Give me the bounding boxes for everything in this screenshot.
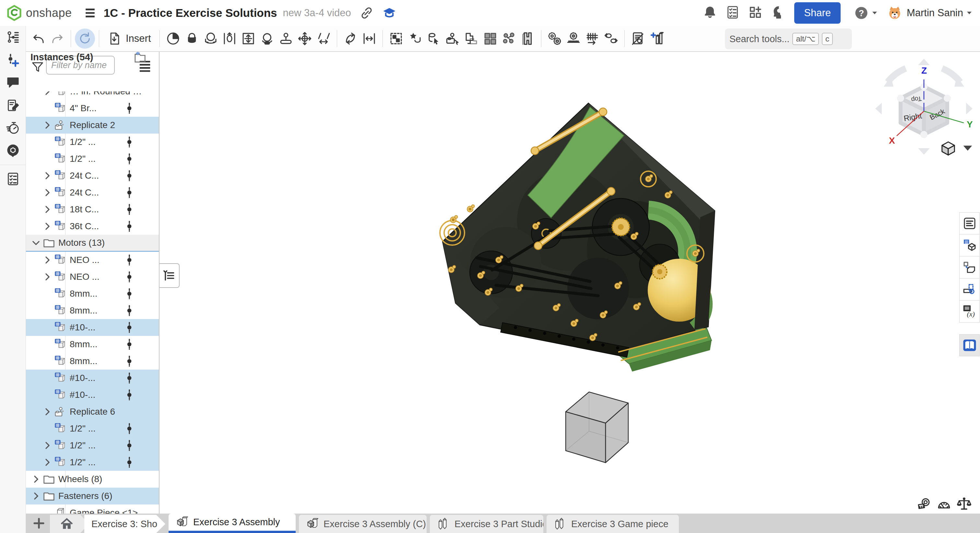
snap-mode-button[interactable]	[406, 29, 424, 49]
tree-instance-row[interactable]: 18t C...	[26, 201, 159, 218]
help-menu[interactable]: ?	[848, 6, 879, 20]
replicate-button[interactable]	[443, 29, 462, 49]
tree-instance-row[interactable]: 8mm...	[26, 353, 159, 369]
chevron-right-icon[interactable]	[41, 456, 54, 468]
planar-mate-button[interactable]	[239, 29, 258, 49]
home-tab[interactable]	[50, 515, 89, 533]
tree-instance-row[interactable]: NEO ...	[26, 251, 159, 269]
tree-instance-row[interactable]: Replicate 6	[26, 403, 159, 420]
document-tab[interactable]: Exercise 3 Assembly (C)	[299, 515, 426, 533]
fastened-mate-button[interactable]	[164, 29, 183, 49]
tree-instance-row[interactable]: 1/2" ...	[26, 437, 159, 454]
tasks-icon[interactable]	[725, 5, 740, 19]
chevron-right-icon[interactable]	[41, 170, 54, 182]
display-states-button[interactable]	[959, 278, 980, 301]
update-button[interactable]	[75, 29, 95, 49]
gear-relation-button[interactable]	[545, 29, 564, 49]
revolute-mate-button[interactable]	[201, 29, 220, 49]
chevron-right-icon[interactable]	[30, 490, 42, 502]
new-folder-icon[interactable]	[133, 52, 147, 64]
main-menu-icon[interactable]	[84, 6, 97, 19]
explode-button[interactable]	[500, 29, 519, 49]
group-button[interactable]	[387, 29, 406, 49]
tree-folder-row[interactable]: Motors (13)	[26, 235, 159, 251]
document-tab[interactable]: Exercise 3: Sho	[84, 515, 165, 533]
redo-button[interactable]	[48, 29, 67, 49]
mate-connector-edit-button[interactable]	[360, 29, 379, 49]
mate-connector-button[interactable]	[424, 29, 443, 49]
user-avatar[interactable]	[887, 5, 902, 21]
tree-instance-row[interactable]: 4" Br...	[26, 100, 159, 117]
views-button[interactable]	[648, 29, 666, 49]
pin-slot-mate-button[interactable]	[277, 29, 295, 49]
tree-instance-row[interactable]: 1/2" ...	[26, 420, 159, 437]
derived-button[interactable]	[959, 256, 980, 278]
tree-instance-row[interactable]: #10-...	[26, 387, 159, 403]
chevron-right-icon[interactable]	[41, 439, 54, 452]
tree-instance-row[interactable]: 1/2" ...	[26, 134, 159, 150]
chevron-right-icon[interactable]	[41, 254, 54, 266]
part-search-panel-button[interactable]	[0, 139, 26, 162]
cylindrical-mate-button[interactable]	[295, 29, 314, 49]
section-button[interactable]	[519, 29, 537, 49]
tree-instance-row[interactable]: 24t C...	[26, 184, 159, 201]
protractor-button[interactable]	[934, 497, 954, 513]
tree-instance-row[interactable]: NEO ...	[26, 269, 159, 285]
checklist-panel-button[interactable]	[0, 168, 26, 190]
rack-pinion-button[interactable]	[564, 29, 583, 49]
bell-icon[interactable]	[703, 5, 717, 19]
tree-instance-row[interactable]: 8mm...	[26, 302, 159, 319]
tree-instance-row[interactable]: 8mm...	[26, 285, 159, 302]
insert-button[interactable]: Insert	[103, 28, 156, 49]
tree-instance-row[interactable]: #10-...	[26, 319, 159, 336]
tree-instance-row[interactable]: Game Piece <1>	[26, 504, 159, 514]
add-tab-icon[interactable]	[30, 515, 47, 532]
configurations-button[interactable]	[959, 234, 980, 256]
user-name[interactable]: Martin Sanin	[907, 7, 963, 19]
comments-panel-button[interactable]	[0, 71, 26, 94]
linear-pattern-button[interactable]	[462, 29, 481, 49]
ai-icon[interactable]	[771, 5, 785, 19]
notes-panel-button[interactable]	[0, 94, 26, 117]
mate-relation-button[interactable]	[341, 29, 360, 49]
chevron-right-icon[interactable]	[41, 406, 54, 418]
help-icon[interactable]: ?	[854, 6, 869, 20]
undo-button[interactable]	[29, 29, 48, 49]
chevron-right-icon[interactable]	[41, 91, 54, 98]
pattern-button[interactable]	[481, 29, 500, 49]
chevron-right-icon[interactable]	[41, 271, 54, 283]
ball-mate-button[interactable]	[258, 29, 277, 49]
tree-instance-row[interactable]: 1/2" ...	[26, 454, 159, 471]
variables-button[interactable]: (x)	[959, 301, 980, 323]
slider-mate-button[interactable]	[220, 29, 239, 49]
outline-panel-button[interactable]	[959, 212, 980, 234]
apps-icon[interactable]	[748, 5, 762, 19]
chevron-right-icon[interactable]	[41, 186, 54, 199]
document-tab[interactable]: Exercise 3 Assembly	[169, 514, 296, 533]
bom-button[interactable]	[628, 29, 648, 49]
search-tools[interactable]: Search tools... alt/⌥ c	[725, 29, 852, 49]
tree-instance-row[interactable]: 1/2" ...	[26, 150, 159, 167]
chevron-right-icon[interactable]	[41, 203, 54, 216]
view-mode-selector[interactable]	[940, 140, 976, 156]
chevron-right-icon[interactable]	[41, 220, 54, 232]
assembly-3d-model[interactable]	[422, 81, 762, 486]
chevron-right-icon[interactable]	[30, 473, 42, 485]
parallel-mate-button[interactable]	[314, 29, 333, 49]
chevron-right-icon[interactable]	[41, 119, 54, 131]
screw-relation-button[interactable]	[583, 29, 602, 49]
graphics-viewport[interactable]: Top Right Back Z Y X (x)	[159, 52, 980, 533]
education-icon[interactable]	[382, 6, 396, 20]
mate-button[interactable]	[183, 29, 201, 49]
history-panel-button[interactable]	[0, 26, 26, 49]
tree-folder-row[interactable]: Wheels (8)	[26, 471, 159, 488]
share-link-icon[interactable]	[360, 6, 374, 20]
mass-properties-button[interactable]	[954, 497, 974, 513]
tree-instance-row[interactable]: 24t C...	[26, 167, 159, 184]
tree-instance-row[interactable]: #10-...	[26, 369, 159, 387]
tree-instance-row[interactable]: 36t C...	[26, 218, 159, 235]
document-tab[interactable]: Exercise 3 Part Studio	[430, 515, 543, 533]
tree-instance-row[interactable]: Replicate 2	[26, 117, 159, 134]
performance-panel-button[interactable]	[0, 117, 26, 139]
panel-collapse-handle[interactable]	[159, 263, 180, 288]
